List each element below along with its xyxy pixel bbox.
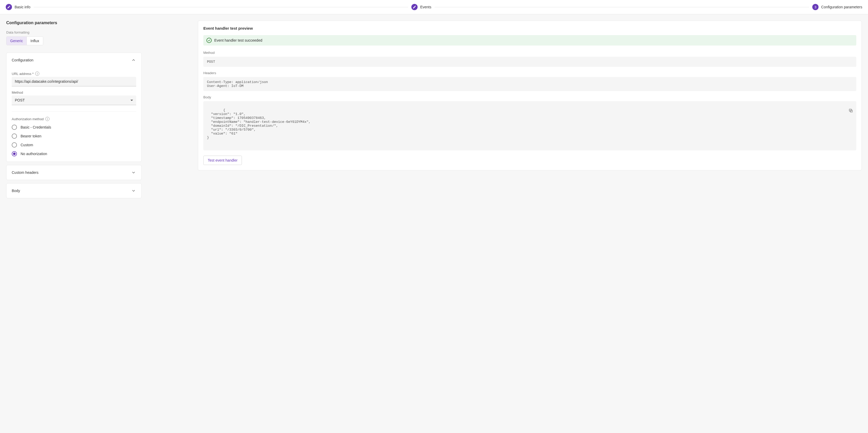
auth-option-bearer[interactable]: Bearer token	[12, 133, 136, 139]
success-banner: Event handler test succeeded	[203, 35, 856, 45]
auth-method-label: Authorization method i	[12, 117, 136, 121]
right-column: Event handler test preview Event handler…	[194, 21, 862, 428]
custom-headers-card: Custom headers	[6, 165, 142, 180]
step-label: Basic info	[14, 5, 30, 9]
data-formatting-toggle: Generic Influx	[6, 36, 43, 45]
step-config-params[interactable]: 3 Configuration parameters	[812, 4, 862, 14]
body-block-value: { "version": "1.0", "timestamp": 1705490…	[203, 101, 856, 151]
method-value: POST	[15, 98, 25, 102]
auth-option-none[interactable]: No authorization	[12, 151, 136, 156]
data-formatting-label: Data formatting	[6, 30, 194, 34]
radio-label: Custom	[21, 143, 33, 147]
radio-icon	[12, 151, 17, 156]
body-block-label: Body	[203, 95, 856, 99]
headers-block-value: Content-Type: application/json User-Agen…	[203, 77, 856, 91]
body-card: Body	[6, 183, 142, 198]
preview-title: Event handler test preview	[203, 26, 856, 30]
card-title: Configuration	[12, 58, 33, 62]
step-label: Configuration parameters	[821, 5, 862, 9]
pencil-icon	[6, 4, 12, 10]
chevron-down-icon	[131, 188, 136, 193]
toggle-generic[interactable]: Generic	[6, 37, 27, 45]
radio-icon	[12, 142, 17, 147]
radio-icon	[12, 133, 17, 139]
method-block-value: POST	[203, 57, 856, 67]
body-card-header[interactable]: Body	[6, 184, 142, 198]
url-label: URL address * i	[12, 72, 136, 76]
step-basic-info[interactable]: Basic info	[6, 4, 30, 14]
auth-option-custom[interactable]: Custom	[12, 142, 136, 147]
step-number-icon: 3	[812, 4, 818, 10]
custom-headers-header[interactable]: Custom headers	[6, 165, 142, 180]
caret-down-icon	[130, 100, 133, 101]
step-label: Events	[420, 5, 431, 9]
copy-icon	[848, 108, 853, 113]
method-label: Method	[12, 91, 136, 95]
configuration-card-header[interactable]: Configuration	[6, 53, 142, 67]
step-events[interactable]: Events	[411, 4, 431, 14]
radio-icon	[12, 125, 17, 130]
chevron-up-icon	[131, 58, 136, 63]
test-event-handler-button[interactable]: Test event handler	[203, 156, 242, 165]
radio-label: Bearer token	[21, 134, 41, 138]
copy-button[interactable]	[838, 103, 854, 119]
preview-panel: Event handler test preview Event handler…	[198, 21, 862, 170]
info-icon[interactable]: i	[45, 117, 50, 121]
step-divider	[435, 7, 809, 7]
chevron-down-icon	[131, 170, 136, 175]
check-circle-icon	[207, 38, 212, 43]
left-column: Configuration parameters Data formatting…	[6, 21, 194, 428]
pencil-icon	[411, 4, 417, 10]
configuration-card-body: URL address * i Method POST Authorizatio…	[6, 72, 142, 162]
step-divider	[34, 7, 408, 7]
method-select[interactable]: POST	[12, 96, 136, 105]
configuration-card: Configuration URL address * i Method POS…	[6, 53, 142, 162]
content-area: Configuration parameters Data formatting…	[0, 14, 868, 433]
info-icon[interactable]: i	[35, 72, 39, 76]
method-block-label: Method	[203, 51, 856, 55]
divider	[12, 111, 136, 112]
radio-label: No authorization	[21, 152, 47, 156]
auth-option-basic[interactable]: Basic - Credentials	[12, 125, 136, 130]
wizard-stepper: Basic info Events 3 Configuration parame…	[0, 0, 868, 14]
success-text: Event handler test succeeded	[214, 38, 262, 42]
page-title: Configuration parameters	[6, 21, 194, 25]
card-title: Body	[12, 189, 20, 193]
body-text: { "version": "1.0", "timestamp": 1705490…	[207, 108, 311, 139]
headers-block-label: Headers	[203, 71, 856, 75]
url-input[interactable]	[12, 77, 136, 87]
radio-label: Basic - Credentials	[21, 125, 51, 129]
card-title: Custom headers	[12, 170, 38, 175]
toggle-influx[interactable]: Influx	[27, 37, 43, 45]
